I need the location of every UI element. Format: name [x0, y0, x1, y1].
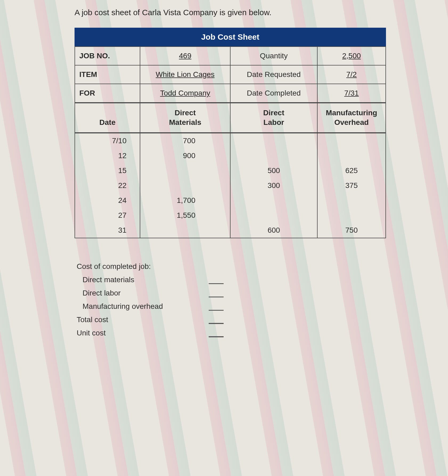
item-label: ITEM	[75, 65, 140, 84]
completed-total-label: Total cost	[75, 315, 108, 324]
data-dl: 500	[230, 163, 317, 178]
data-oh: 375	[317, 178, 386, 193]
data-dl: 600	[230, 223, 317, 238]
data-dm	[140, 163, 230, 178]
data-oh	[317, 208, 386, 223]
intro-text: A job cost sheet of Carla Vista Company …	[75, 8, 437, 17]
quantity-value[interactable]: 2,500	[342, 52, 361, 60]
data-date: 7/10	[75, 133, 140, 148]
data-dm	[140, 178, 230, 193]
data-dm: 700	[140, 133, 230, 148]
data-oh: 750	[317, 223, 386, 238]
col-direct-materials: DirectMaterials	[140, 103, 230, 133]
completed-dl-label: Direct labor	[75, 289, 121, 297]
data-oh	[317, 133, 386, 148]
data-date: 24	[75, 193, 140, 208]
completed-heading: Cost of completed job:	[75, 262, 151, 271]
data-dm: 1,550	[140, 208, 230, 223]
date-completed-label: Date Completed	[230, 84, 317, 102]
date-completed-value[interactable]: 7/31	[344, 89, 359, 97]
data-oh	[317, 148, 386, 163]
completed-dl-blank[interactable]	[209, 291, 224, 297]
for-label: FOR	[75, 84, 140, 102]
completed-cost-block: Cost of completed job: Direct materials …	[75, 262, 224, 337]
sheet-title: Job Cost Sheet	[75, 28, 386, 46]
completed-dm-label: Direct materials	[75, 276, 134, 284]
data-dl	[230, 193, 317, 208]
completed-oh-label: Manufacturing overhead	[75, 302, 163, 311]
jobno-value[interactable]: 469	[179, 52, 191, 60]
data-oh: 625	[317, 163, 386, 178]
for-value[interactable]: Todd Company	[160, 89, 210, 97]
quantity-label: Quantity	[230, 47, 317, 65]
data-date: 22	[75, 178, 140, 193]
cost-data-table: 7/10 700 12 900 15 500 625 22 300	[75, 133, 386, 238]
col-direct-labor: DirectLabor	[230, 103, 317, 133]
data-dm	[140, 223, 230, 238]
data-dl	[230, 208, 317, 223]
jobno-label: JOB NO.	[75, 47, 140, 65]
data-date: 27	[75, 208, 140, 223]
col-manufacturing-overhead: ManufacturingOverhead	[317, 103, 386, 133]
job-header-table: JOB NO. 469 Quantity 2,500 ITEM White Li…	[75, 46, 386, 103]
data-dm: 1,700	[140, 193, 230, 208]
completed-unit-label: Unit cost	[75, 329, 106, 337]
data-dl	[230, 148, 317, 163]
data-dl: 300	[230, 178, 317, 193]
item-value[interactable]: White Lion Cages	[156, 70, 215, 79]
col-date: Date	[75, 103, 140, 133]
completed-total-blank[interactable]	[209, 318, 224, 324]
completed-oh-blank[interactable]	[209, 304, 224, 311]
data-dl	[230, 133, 317, 148]
cost-columns-header: Date DirectMaterials DirectLabor Manufac…	[75, 103, 386, 133]
completed-unit-blank[interactable]	[209, 331, 224, 337]
data-date: 15	[75, 163, 140, 178]
completed-dm-blank[interactable]	[209, 278, 224, 284]
data-date: 31	[75, 223, 140, 238]
data-date: 12	[75, 148, 140, 163]
date-requested-label: Date Requested	[230, 65, 317, 84]
date-requested-value[interactable]: 7/2	[346, 70, 357, 79]
data-oh	[317, 193, 386, 208]
data-dm: 900	[140, 148, 230, 163]
